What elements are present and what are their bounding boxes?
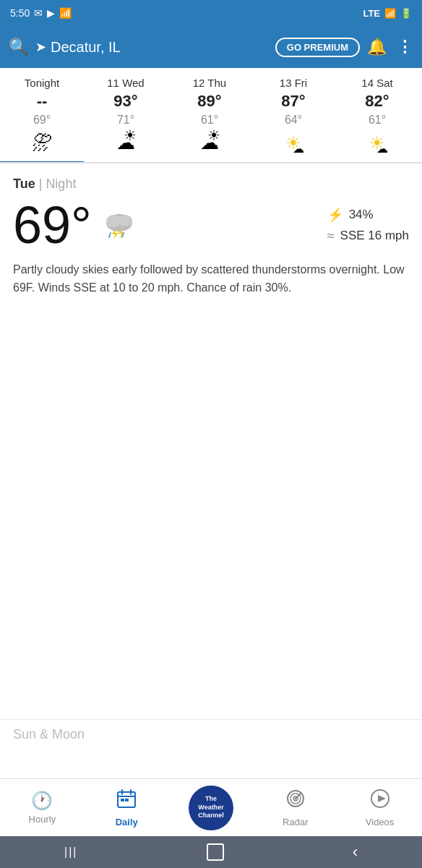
svg-marker-19 — [378, 795, 386, 802]
forecast-card-thu[interactable]: 12 Thu 89° 61° ☁ ☀ — [168, 68, 251, 162]
day-high-tonight: -- — [37, 92, 48, 111]
day-high-wed: 93° — [113, 92, 137, 111]
day-low-fri: 64° — [285, 114, 302, 127]
forecast-card-tonight[interactable]: Tonight -- 69° ⛈ — [0, 68, 84, 162]
lte-label: LTE — [363, 8, 380, 19]
hourly-label: Hourly — [29, 814, 56, 825]
day-icon-sat: ☀ ☁ — [369, 131, 385, 154]
wifi-icon: 📶 — [59, 7, 72, 19]
sun-moon-label: Sun & Moon — [13, 727, 85, 741]
day-label-sat: 14 Sat — [361, 77, 392, 89]
header-actions: 🔔 ⋮ — [367, 38, 413, 56]
day-label-tonight: Tonight — [25, 77, 59, 89]
forecast-card-wed[interactable]: 11 Wed 93° 71° ☁ ☀ — [84, 68, 168, 162]
nav-item-radar[interactable]: Radar — [253, 788, 337, 827]
detail-day-name: Tue — [13, 176, 35, 191]
nav-item-hourly[interactable]: 🕐 Hourly — [0, 791, 85, 825]
nav-item-twc[interactable]: TheWeatherChannel — [169, 786, 254, 830]
nav-item-videos[interactable]: Videos — [337, 788, 422, 827]
recents-button[interactable]: ||| — [64, 846, 77, 859]
svg-rect-12 — [125, 799, 129, 801]
header: 🔍 ➤ Decatur, IL GO PREMIUM 🔔 ⋮ — [0, 26, 422, 68]
detail-period: Night — [46, 176, 76, 191]
bottom-nav: 🕐 Hourly Daily TheWeatherChannel — [0, 778, 422, 836]
rain-stat: ⚡ 34% — [327, 207, 409, 223]
day-high-thu: 89° — [197, 92, 221, 111]
detail-section: Tue | Night 69° ⚡ 34% — [0, 163, 422, 307]
more-icon[interactable]: ⋮ — [397, 38, 413, 56]
day-low-tonight: 69° — [33, 114, 51, 127]
day-label-fri: 13 Fri — [280, 77, 307, 89]
play-icon: ▶ — [47, 7, 55, 19]
rain-value: 34% — [349, 208, 374, 222]
status-bar: 5:50 ✉ ▶ 📶 LTE 📶 🔋 — [0, 0, 422, 26]
videos-label: Videos — [366, 817, 395, 827]
twc-button[interactable]: TheWeatherChannel — [189, 786, 233, 830]
day-low-wed: 71° — [117, 114, 134, 127]
forecast-card-fri[interactable]: 13 Fri 87° 64° ☀ ☁ — [251, 68, 335, 162]
hourly-icon: 🕐 — [31, 791, 53, 811]
svg-point-17 — [294, 797, 296, 799]
detail-weather-icon — [99, 203, 139, 247]
location-text: Decatur, IL — [51, 39, 121, 56]
day-high-sat: 82° — [365, 92, 389, 111]
location-arrow-icon: ➤ — [35, 39, 46, 55]
day-low-sat: 61° — [369, 114, 386, 127]
wind-stat: ≈ SSE 16 mph — [327, 229, 409, 244]
detail-day-label: Tue | Night — [13, 176, 409, 192]
day-label-thu: 12 Thu — [193, 77, 226, 89]
status-right: LTE 📶 🔋 — [363, 8, 412, 19]
search-icon[interactable]: 🔍 — [9, 38, 28, 56]
daily-label: Daily — [116, 817, 138, 827]
twc-label: TheWeatherChannel — [198, 795, 224, 820]
forecast-card-sat[interactable]: 14 Sat 82° 61° ☀ ☁ — [335, 68, 419, 162]
day-icon-fri: ☀ ☁ — [285, 131, 301, 154]
sun-moon-preview[interactable]: Sun & Moon — [0, 719, 422, 746]
detail-separator: | — [39, 176, 46, 191]
svg-rect-11 — [121, 799, 124, 801]
back-button[interactable]: ‹ — [353, 843, 358, 861]
message-icon: ✉ — [34, 7, 43, 19]
day-label-wed: 11 Wed — [107, 77, 144, 89]
detail-description: Partly cloudy skies early followed by sc… — [13, 261, 409, 297]
radar-icon — [285, 788, 306, 814]
wind-icon: ≈ — [327, 229, 335, 244]
wind-value: SSE 16 mph — [340, 229, 409, 243]
day-low-thu: 61° — [201, 114, 218, 127]
home-button[interactable] — [207, 843, 224, 861]
location-display: ➤ Decatur, IL — [35, 39, 268, 56]
bell-icon[interactable]: 🔔 — [367, 38, 387, 56]
rain-icon: ⚡ — [327, 207, 343, 223]
signal-icon: 📶 — [384, 8, 396, 19]
svg-line-5 — [109, 233, 111, 237]
go-premium-button[interactable]: GO PREMIUM — [275, 38, 360, 57]
nav-item-daily[interactable]: Daily — [85, 788, 169, 827]
time: 5:50 — [10, 7, 30, 19]
detail-stats: ⚡ 34% ≈ SSE 16 mph — [327, 207, 409, 244]
day-high-fri: 87° — [281, 92, 305, 111]
battery-icon: 🔋 — [400, 8, 412, 19]
day-icon-thu: ☁ ☀ — [200, 131, 219, 154]
detail-main: 69° ⚡ 34% ≈ SSE 16 mph — [13, 199, 409, 251]
svg-point-2 — [118, 215, 132, 226]
system-nav: ||| ‹ — [0, 836, 422, 868]
status-left: 5:50 ✉ ▶ 📶 — [10, 7, 72, 19]
radar-label: Radar — [283, 817, 308, 827]
day-icon-tonight: ⛈ — [32, 131, 52, 155]
day-icon-wed: ☁ ☀ — [116, 131, 135, 154]
daily-icon — [116, 788, 137, 814]
videos-icon — [370, 788, 390, 814]
detail-temperature: 69° — [13, 199, 92, 251]
forecast-scroll[interactable]: Tonight -- 69° ⛈ 11 Wed 93° 71° ☁ ☀ 12 T… — [0, 68, 422, 163]
